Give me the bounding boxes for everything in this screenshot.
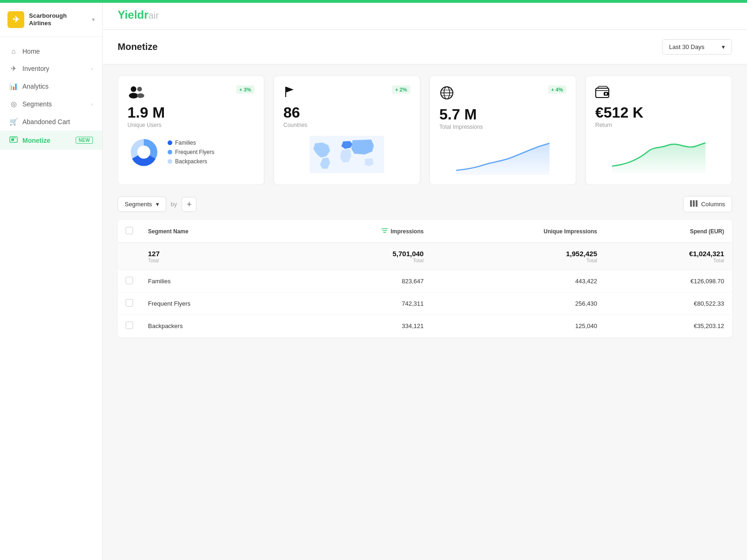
segments-icon: ◎ [9, 100, 18, 108]
header-spend: Spend (EUR) [605, 220, 732, 243]
spend-cell: €35,203.12 [605, 315, 732, 337]
sidebar-item-analytics[interactable]: 📊 Analytics [0, 77, 102, 95]
segment-name-cell: Frequent Flyers [141, 293, 286, 315]
by-label: by [171, 201, 177, 208]
families-dot [168, 140, 172, 145]
pie-legend: Families Frequent Flyers Backpackers [168, 140, 214, 165]
svg-point-6 [137, 93, 144, 98]
stats-cards-section: + 3% 1.9 M Unique Users [103, 64, 747, 196]
totals-count-cell: 127 Total [141, 243, 286, 270]
sidebar-navigation: ⌂ Home ✈ Inventory › 📊 Analytics ◎ Segme… [0, 37, 102, 155]
unique-impressions-cell: 125,040 [431, 315, 605, 337]
segments-dropdown-label: Segments [125, 201, 152, 208]
sidebar-item-inventory[interactable]: ✈ Inventory › [0, 60, 102, 77]
chevron-right-icon: › [91, 66, 93, 71]
flag-icon [283, 85, 296, 101]
columns-label: Columns [701, 201, 725, 208]
cart-icon: 🛒 [9, 118, 18, 126]
analytics-icon: 📊 [9, 82, 18, 91]
company-dropdown-arrow: ▾ [92, 16, 95, 23]
sidebar-item-label: Analytics [22, 83, 93, 90]
sidebar-item-label: Segments [22, 100, 86, 108]
totals-spend-label: Total [612, 258, 724, 263]
home-icon: ⌂ [9, 47, 18, 55]
wallet-icon [595, 85, 610, 101]
totals-spend-cell: €1,024,321 Total [605, 243, 732, 270]
sidebar-item-label: Abandoned Cart [22, 118, 93, 126]
stat-card-impressions: + 4% 5.7 M Total Impressions [430, 76, 576, 185]
totals-impressions-label: Total [294, 258, 424, 263]
sidebar-item-segments[interactable]: ◎ Segments › [0, 95, 102, 113]
pie-chart [127, 136, 160, 168]
users-chart: Families Frequent Flyers Backpackers [127, 136, 254, 173]
row-checkbox[interactable] [126, 277, 133, 284]
table-row: Backpackers 334,121 125,040 €35,203.12 [118, 315, 732, 337]
table-controls: Segments ▾ by + Columns [118, 196, 732, 212]
svg-rect-23 [693, 200, 695, 207]
families-label: Families [175, 140, 196, 146]
row-checkbox[interactable] [126, 299, 133, 307]
return-value: €512 K [595, 105, 722, 121]
date-filter-label: Last 30 Days [669, 43, 705, 50]
new-badge: NEW [76, 137, 93, 144]
backpackers-dot [168, 159, 172, 164]
page-header: Monetize Last 30 Days ▾ [103, 30, 747, 64]
date-filter-dropdown[interactable]: Last 30 Days ▾ [662, 39, 732, 55]
return-chart [595, 136, 722, 173]
header-impressions: Impressions [286, 220, 431, 243]
page-content: Monetize Last 30 Days ▾ [103, 30, 747, 560]
table-row: Frequent Flyers 742,311 256,430 €80,522.… [118, 293, 732, 315]
chevron-down-icon: ▾ [722, 43, 725, 50]
totals-unique-label: Total [438, 258, 597, 263]
stat-card-unique-users: + 3% 1.9 M Unique Users [118, 76, 264, 185]
header-checkbox-cell [118, 220, 141, 243]
totals-impressions-cell: 5,701,040 Total [286, 243, 431, 270]
unique-impressions-cell: 443,422 [431, 270, 605, 293]
legend-frequent-flyers: Frequent Flyers [168, 149, 214, 155]
svg-point-3 [131, 86, 136, 92]
svg-point-8 [137, 146, 150, 159]
sidebar-item-abandoned-cart[interactable]: 🛒 Abandoned Cart [0, 113, 102, 131]
company-logo[interactable]: ✈ Scarborough Airlines ▾ [0, 3, 102, 37]
company-icon: ✈ [7, 11, 24, 28]
sidebar-item-label: Home [22, 48, 93, 55]
svg-rect-1 [11, 139, 14, 141]
chevron-right-icon: › [91, 101, 93, 107]
sidebar-item-home[interactable]: ⌂ Home [0, 42, 102, 60]
impressions-label: Total Impressions [439, 124, 566, 130]
plus-icon: + [187, 200, 192, 209]
svg-rect-9 [285, 87, 286, 97]
svg-point-5 [137, 87, 142, 91]
table-header-row: Segment Name Impressi [118, 220, 732, 243]
impressions-cell: 334,121 [286, 315, 431, 337]
totals-count-label: Total [148, 258, 279, 263]
segments-table: Segment Name Impressi [118, 220, 732, 337]
columns-button[interactable]: Columns [683, 196, 732, 212]
svg-rect-22 [690, 200, 692, 207]
world-map-chart [283, 136, 410, 173]
company-name: Scarborough Airlines [29, 12, 87, 27]
countries-value: 86 [283, 105, 410, 121]
select-all-checkbox[interactable] [126, 227, 133, 234]
segment-name-cell: Families [141, 270, 286, 293]
sidebar-item-monetize[interactable]: Monetize NEW [0, 131, 102, 150]
impressions-value: 5.7 M [439, 106, 566, 123]
segment-name-cell: Backpackers [141, 315, 286, 337]
segments-dropdown[interactable]: Segments ▾ [118, 196, 166, 212]
totals-impressions: 5,701,040 [294, 250, 424, 258]
users-badge: + 3% [236, 85, 254, 94]
impressions-cell: 742,311 [286, 293, 431, 315]
svg-point-20 [605, 93, 607, 95]
totals-row: 127 Total 5,701,040 Total 1,952,425 Tota… [118, 243, 732, 270]
page-title: Monetize [118, 42, 158, 52]
totals-count: 127 [148, 250, 279, 258]
countries-label: Countries [283, 122, 410, 128]
row-checkbox[interactable] [126, 322, 133, 329]
monetize-icon [9, 135, 18, 145]
inventory-icon: ✈ [9, 64, 18, 73]
svg-rect-24 [696, 200, 698, 207]
totals-unique-impressions-cell: 1,952,425 Total [431, 243, 605, 270]
legend-backpackers: Backpackers [168, 158, 214, 165]
add-filter-button[interactable]: + [182, 197, 197, 212]
frequent-flyers-dot [168, 150, 172, 154]
